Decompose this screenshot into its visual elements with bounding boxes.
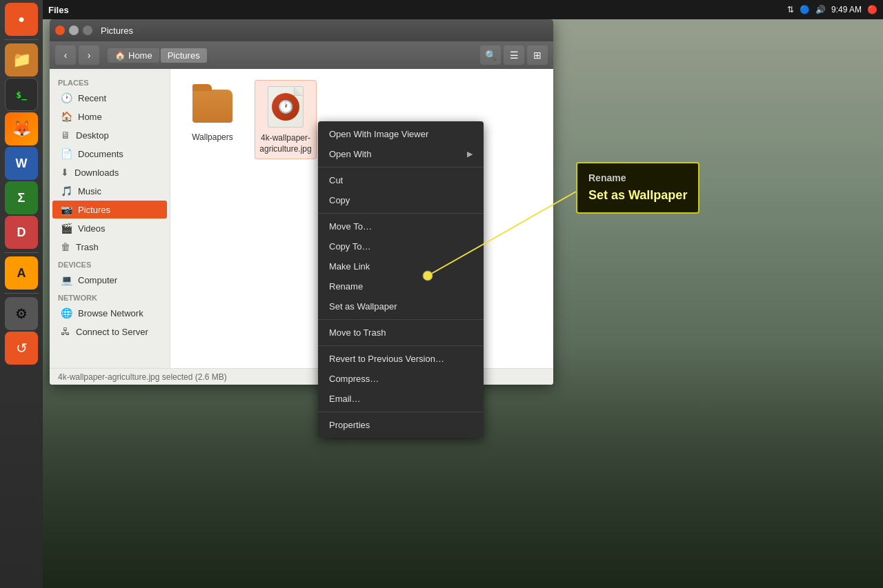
sidebar-item-computer[interactable]: 💻 Computer xyxy=(52,271,167,289)
fm-breadcrumb-pictures[interactable]: Pictures xyxy=(161,48,207,63)
wallpapers-label: Wallpapers xyxy=(192,132,233,143)
launcher: ● 📁 $_ 🦊 W Σ D A ⚙ ↺ xyxy=(0,0,43,588)
folder-shape xyxy=(192,90,232,123)
launcher-divider-bot xyxy=(4,293,39,294)
image-file-shape: 🕐 xyxy=(268,86,304,128)
server-icon: 🖧 xyxy=(61,326,70,337)
fm-back-btn[interactable]: ‹ xyxy=(55,45,76,65)
top-panel: Files ⇅ 🔵 🔊 9:49 AM 🔴 xyxy=(43,0,883,19)
sidebar-item-connect-server[interactable]: 🖧 Connect to Server xyxy=(52,323,167,341)
trash-icon: 🗑 xyxy=(61,241,70,252)
launcher-firefox[interactable]: 🦊 xyxy=(5,112,38,145)
sidebar-item-browse-network[interactable]: 🌐 Browse Network xyxy=(52,304,167,322)
computer-icon: 💻 xyxy=(61,274,72,285)
window-close-btn[interactable] xyxy=(55,26,65,35)
launcher-files[interactable]: 📁 xyxy=(5,43,38,77)
fm-grid-view-btn[interactable]: ⊞ xyxy=(527,45,548,65)
fm-toolbar: ‹ › 🏠 Home Pictures 🔍 ☰ ⊞ xyxy=(50,41,553,69)
fm-titlebar: Pictures xyxy=(50,19,553,41)
launcher-terminal[interactable]: $_ xyxy=(5,78,38,111)
ctx-open-with[interactable]: Open With ▶ xyxy=(318,144,484,164)
documents-icon: 📄 xyxy=(61,148,72,159)
browse-network-icon: 🌐 xyxy=(61,307,72,318)
statusbar-text: 4k-wallpaper-agriculture.jpg selected (2… xyxy=(58,372,227,382)
annotation-callout: Rename Set as Wallpaper xyxy=(576,162,700,214)
wallpapers-folder-icon xyxy=(190,84,235,128)
launcher-draw[interactable]: D xyxy=(5,216,38,249)
window-title: Pictures xyxy=(101,26,133,36)
ctx-sep-2 xyxy=(318,213,484,214)
fm-breadcrumb-home[interactable]: 🏠 Home xyxy=(108,48,159,63)
ctx-arrow-open-with: ▶ xyxy=(467,150,473,159)
ctx-move-to[interactable]: Move To… xyxy=(318,216,484,236)
sidebar-item-downloads[interactable]: ⬇ Downloads xyxy=(52,163,167,181)
fm-toolbar-right: 🔍 ☰ ⊞ xyxy=(480,45,548,65)
ctx-copy[interactable]: Copy xyxy=(318,190,484,210)
sidebar-section-devices: Devices xyxy=(50,256,170,270)
ctx-set-wallpaper[interactable]: Set as Wallpaper xyxy=(318,296,484,316)
ctx-email[interactable]: Email… xyxy=(318,389,484,409)
launcher-amazon[interactable]: A xyxy=(5,256,38,290)
sidebar-item-recent[interactable]: 🕐 Recent xyxy=(52,89,167,107)
downloads-icon: ⬇ xyxy=(61,167,69,178)
ctx-make-link[interactable]: Make Link xyxy=(318,256,484,276)
top-panel-app-name: Files xyxy=(48,5,69,15)
launcher-settings[interactable]: ⚙ xyxy=(5,297,38,330)
sidebar-section-places: Places xyxy=(50,74,170,88)
clock-thumbnail: 🕐 xyxy=(272,93,299,121)
sidebar-item-pictures[interactable]: 📷 Pictures xyxy=(52,201,167,219)
fm-forward-btn[interactable]: › xyxy=(79,45,99,65)
annotation-line1: Rename xyxy=(588,170,687,185)
indicator-power[interactable]: 🔴 xyxy=(867,5,877,14)
top-panel-time[interactable]: 9:49 AM xyxy=(831,5,862,14)
videos-icon: 🎬 xyxy=(61,223,72,234)
4k-wallpaper-label: 4k-wallpaper-agriculture.jpg xyxy=(259,133,312,154)
sidebar-item-music[interactable]: 🎵 Music xyxy=(52,182,167,200)
image-file-icon: 🕐 xyxy=(264,85,308,129)
window-minimize-btn[interactable] xyxy=(69,26,79,35)
sidebar-item-trash[interactable]: 🗑 Trash xyxy=(52,238,167,256)
window-maximize-btn[interactable] xyxy=(83,26,92,35)
top-panel-right: ⇅ 🔵 🔊 9:49 AM 🔴 xyxy=(787,5,877,14)
fm-breadcrumb: 🏠 Home Pictures xyxy=(108,48,472,63)
indicator-bluetooth[interactable]: 🔵 xyxy=(800,5,810,14)
launcher-update[interactable]: ↺ xyxy=(5,332,38,365)
ctx-sep-3 xyxy=(318,319,484,320)
ctx-move-trash[interactable]: Move to Trash xyxy=(318,323,484,343)
sidebar-item-documents[interactable]: 📄 Documents xyxy=(52,145,167,163)
fm-search-btn[interactable]: 🔍 xyxy=(480,45,501,65)
home-nav-icon: 🏠 xyxy=(61,111,72,122)
music-icon: 🎵 xyxy=(61,185,72,196)
ctx-sep-5 xyxy=(318,412,484,412)
sidebar-item-home[interactable]: 🏠 Home xyxy=(52,108,167,125)
indicator-network[interactable]: ⇅ xyxy=(787,5,794,14)
ctx-open-image-viewer[interactable]: Open With Image Viewer xyxy=(318,124,484,144)
file-item-4k-wallpaper[interactable]: 🕐 4k-wallpaper-agriculture.jpg xyxy=(255,80,317,159)
ctx-sep-4 xyxy=(318,345,484,346)
ctx-sep-1 xyxy=(318,167,484,168)
launcher-writer[interactable]: W xyxy=(5,147,38,180)
annotation-line2: Set as Wallpaper xyxy=(588,185,687,205)
context-menu: Open With Image Viewer Open With ▶ Cut C… xyxy=(318,121,484,438)
sidebar-item-videos[interactable]: 🎬 Videos xyxy=(52,219,167,237)
ctx-revert[interactable]: Revert to Previous Version… xyxy=(318,349,484,369)
sidebar-item-desktop[interactable]: 🖥 Desktop xyxy=(52,126,167,144)
ctx-copy-to[interactable]: Copy To… xyxy=(318,236,484,256)
fm-sidebar: Places 🕐 Recent 🏠 Home 🖥 Desktop 📄 Docum… xyxy=(50,69,170,368)
launcher-ubuntu[interactable]: ● xyxy=(5,3,38,36)
launcher-calc[interactable]: Σ xyxy=(5,181,38,214)
ctx-cut[interactable]: Cut xyxy=(318,170,484,190)
ctx-properties[interactable]: Properties xyxy=(318,415,484,435)
launcher-divider-mid xyxy=(4,252,39,253)
home-icon: 🏠 xyxy=(115,50,126,61)
pictures-icon: 📷 xyxy=(61,204,72,215)
desktop-icon: 🖥 xyxy=(61,130,70,141)
launcher-divider-top xyxy=(4,39,39,40)
file-item-wallpapers[interactable]: Wallpapers xyxy=(181,80,244,159)
ctx-compress[interactable]: Compress… xyxy=(318,369,484,389)
ctx-rename[interactable]: Rename xyxy=(318,276,484,296)
ubuntu-logo: ● xyxy=(9,7,34,32)
indicator-volume[interactable]: 🔊 xyxy=(815,5,826,14)
fm-list-view-btn[interactable]: ☰ xyxy=(504,45,524,65)
sidebar-section-network: Network xyxy=(50,290,170,303)
